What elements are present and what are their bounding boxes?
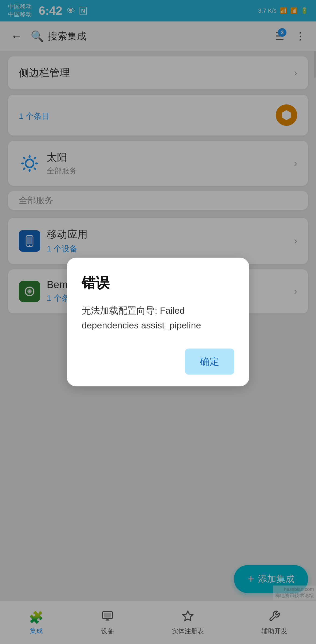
dialog-title: 错误	[82, 274, 234, 292]
dialog-overlay: 错误 无法加载配置向导: Failed dependencies assist_…	[0, 0, 316, 644]
dialog-actions: 确定	[82, 349, 234, 375]
error-dialog: 错误 无法加载配置向导: Failed dependencies assist_…	[67, 258, 249, 386]
dialog-confirm-button[interactable]: 确定	[185, 349, 234, 375]
dialog-message: 无法加载配置向导: Failed dependencies assist_pip…	[82, 303, 234, 332]
